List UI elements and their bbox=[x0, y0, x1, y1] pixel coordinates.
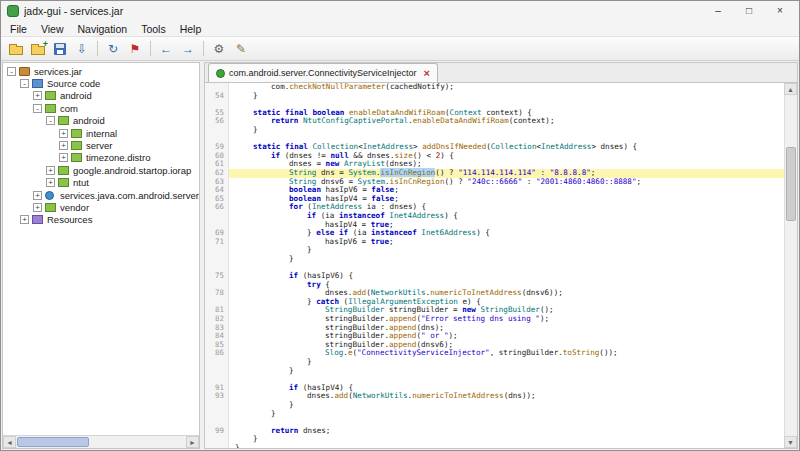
code-line[interactable]: 66for (InetAddress ia : dnses) { bbox=[205, 203, 784, 212]
code-token: Inet6Address bbox=[421, 228, 476, 237]
tree-item-services-jar[interactable]: -services.jar bbox=[3, 65, 199, 77]
code-line[interactable]: 82stringBuilder.append("Error setting dn… bbox=[205, 315, 784, 324]
code-token: ); bbox=[540, 314, 549, 323]
code-line[interactable]: 69} else if (ia instanceof Inet6Address)… bbox=[205, 229, 784, 238]
code-line[interactable]: } bbox=[205, 401, 784, 410]
reload-button[interactable]: ↻ bbox=[103, 39, 123, 59]
code-line[interactable]: 83stringBuilder.append(dns); bbox=[205, 324, 784, 333]
menu-bar: FileViewNavigationToolsHelp bbox=[1, 21, 799, 37]
tree-item-android[interactable]: -android bbox=[3, 115, 199, 127]
tree-item-server[interactable]: +server bbox=[3, 139, 199, 151]
line-number: 75 bbox=[205, 272, 229, 281]
code-line[interactable]: } bbox=[205, 410, 784, 419]
tree-item-vendor[interactable]: +vendor bbox=[3, 201, 199, 213]
tab-com-android-server-connectivityserviceinjector[interactable]: com.android.server.ConnectivityServiceIn… bbox=[208, 63, 438, 82]
line-number: 78 bbox=[205, 289, 229, 298]
scroll-left-button[interactable]: ◄ bbox=[3, 436, 16, 448]
editor-vscroll-thumb[interactable] bbox=[786, 147, 796, 221]
code-line[interactable]: } bbox=[205, 444, 784, 448]
export-button[interactable]: ⇩ bbox=[72, 39, 92, 59]
expand-icon[interactable]: + bbox=[59, 153, 68, 162]
tab-close-icon[interactable]: × bbox=[424, 68, 430, 79]
tree-item-com[interactable]: -com bbox=[3, 102, 199, 114]
menu-item-file[interactable]: File bbox=[3, 23, 34, 35]
expand-icon[interactable]: + bbox=[59, 141, 68, 150]
code-line[interactable]: } bbox=[205, 367, 784, 376]
code-editor[interactable]: com.checkNotNullParameter(cachedNotify);… bbox=[205, 83, 797, 448]
tree-item-source-code[interactable]: -Source code bbox=[3, 77, 199, 89]
code-line[interactable]: 56return NtutConfigCaptivePortal.enableD… bbox=[205, 117, 784, 126]
open-files-button[interactable] bbox=[6, 39, 26, 59]
tree-item-google-android-startop-iorap[interactable]: +google.android.startop.iorap bbox=[3, 164, 199, 176]
code-line[interactable]: } bbox=[205, 435, 784, 444]
code-token: } bbox=[307, 245, 312, 254]
tree-item-services-java-com-android-server-a[interactable]: +services.java.com.android.server.a bbox=[3, 189, 199, 201]
menu-item-navigation[interactable]: Navigation bbox=[71, 23, 135, 35]
code-token: > dnses) { bbox=[591, 142, 637, 151]
scroll-right-button[interactable]: ► bbox=[186, 436, 199, 448]
cls-icon bbox=[45, 191, 54, 200]
editor-vertical-scrollbar[interactable]: ▲ ▼ bbox=[784, 83, 797, 448]
scroll-down-button[interactable]: ▼ bbox=[784, 436, 797, 448]
code-line[interactable]: 78dnses.add(NetworkUtils.numericToInetAd… bbox=[205, 289, 784, 298]
code-token: : bbox=[522, 177, 536, 186]
code-line[interactable]: hasIpV4 = true; bbox=[205, 221, 784, 230]
tree-item-label: android bbox=[60, 90, 92, 101]
expand-icon[interactable]: + bbox=[46, 178, 55, 187]
expand-icon[interactable]: + bbox=[46, 166, 55, 175]
code-line[interactable]: 71hasIpV6 = true; bbox=[205, 238, 784, 247]
reload-icon: ↻ bbox=[108, 43, 118, 55]
tree-item-resources[interactable]: +Resources bbox=[3, 214, 199, 226]
tree-horizontal-scrollbar[interactable]: ◄ ► bbox=[3, 435, 199, 448]
collapse-icon[interactable]: - bbox=[20, 79, 29, 88]
expand-icon[interactable]: + bbox=[59, 129, 68, 138]
code-text: } bbox=[229, 435, 784, 444]
menu-item-help[interactable]: Help bbox=[173, 23, 209, 35]
line-number bbox=[205, 410, 229, 419]
code-line[interactable]: 84stringBuilder.append(" or "); bbox=[205, 332, 784, 341]
code-line[interactable]: if (ia instanceof Inet4Address) { bbox=[205, 212, 784, 221]
log-viewer-button[interactable]: ✎ bbox=[231, 39, 251, 59]
maximize-button[interactable]: □ bbox=[736, 3, 762, 20]
tree-hscroll-thumb[interactable] bbox=[17, 437, 89, 447]
code-token: } bbox=[307, 297, 316, 306]
back-button[interactable]: ← bbox=[156, 39, 176, 59]
toolbar: ⇩↻⚑←→⚙✎ bbox=[1, 37, 799, 61]
tree-item-label: internal bbox=[86, 128, 117, 139]
deobfuscation-button[interactable]: ⚑ bbox=[125, 39, 145, 59]
collapse-icon[interactable]: - bbox=[33, 104, 42, 113]
add-folder-icon bbox=[31, 46, 45, 55]
code-token: try bbox=[307, 280, 321, 289]
code-line[interactable]: 75if (hasIpV6) { bbox=[205, 272, 784, 281]
code-text: } bbox=[229, 126, 784, 135]
preferences-button[interactable]: ⚙ bbox=[209, 39, 229, 59]
add-files-button[interactable] bbox=[28, 39, 48, 59]
menu-item-view[interactable]: View bbox=[34, 23, 71, 35]
scroll-up-button[interactable]: ▲ bbox=[784, 83, 797, 95]
menu-item-tools[interactable]: Tools bbox=[134, 23, 173, 35]
expand-icon[interactable]: + bbox=[33, 203, 42, 212]
code-token: } bbox=[307, 357, 312, 366]
forward-button[interactable]: → bbox=[178, 39, 198, 59]
collapse-icon[interactable]: - bbox=[7, 67, 16, 76]
code-line[interactable]: 54} bbox=[205, 92, 784, 101]
tree-item-internal[interactable]: +internal bbox=[3, 127, 199, 139]
expand-icon[interactable]: + bbox=[33, 91, 42, 100]
minimize-button[interactable]: – bbox=[705, 3, 731, 20]
code-line[interactable]: com.checkNotNullParameter(cachedNotify); bbox=[205, 83, 784, 92]
code-token: numericToInetAddress bbox=[412, 391, 503, 400]
code-text: } bbox=[229, 410, 784, 419]
collapse-icon[interactable]: - bbox=[46, 116, 55, 125]
code-line[interactable]: } bbox=[205, 126, 784, 135]
close-button[interactable]: × bbox=[767, 3, 793, 20]
line-number bbox=[205, 358, 229, 367]
code-line[interactable]: } bbox=[205, 255, 784, 264]
code-line[interactable]: 99return dnses; bbox=[205, 427, 784, 436]
tree-item-ntut[interactable]: +ntut bbox=[3, 177, 199, 189]
expand-icon[interactable]: + bbox=[33, 191, 42, 200]
code-line[interactable]: 86Slog.e("ConnectivityServiceInjector", … bbox=[205, 349, 784, 358]
tree-item-timezone-distro[interactable]: +timezone.distro bbox=[3, 152, 199, 164]
expand-icon[interactable]: + bbox=[20, 215, 29, 224]
save-all-button[interactable] bbox=[50, 39, 70, 59]
tree-item-android[interactable]: +android bbox=[3, 90, 199, 102]
